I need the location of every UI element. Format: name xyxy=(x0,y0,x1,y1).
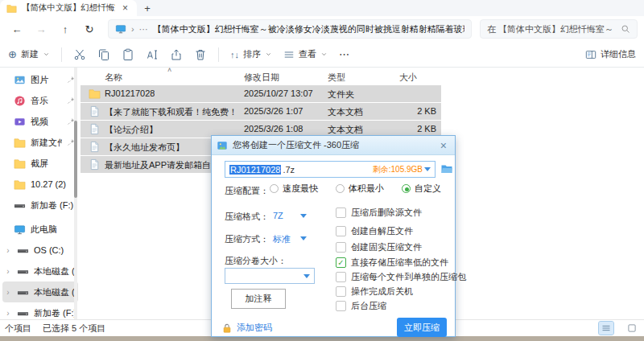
sidebar-item-disk-d[interactable]: › 本地磁盘 (D:) xyxy=(2,261,78,281)
selected-count: 已选择 5 个项目 xyxy=(43,323,105,335)
sort-caret-icon: ˄ xyxy=(167,66,171,74)
new-button[interactable]: ⊕ 新建 xyxy=(8,48,50,60)
refresh-button[interactable]: ↻ xyxy=(79,19,100,39)
up-button[interactable]: ↑ xyxy=(55,19,76,39)
checkbox-icon: ✓ xyxy=(336,242,346,253)
checkbox-self-extracting[interactable]: ✓ 创建自解压文件 xyxy=(336,225,413,237)
view-button[interactable]: 查看 xyxy=(283,48,328,60)
checkbox-solid-archive[interactable]: ✓ 创建固实压缩文件 xyxy=(336,241,422,253)
dialog-title: 您将创建一个压缩文件 -360压缩 xyxy=(233,139,432,151)
search-input[interactable]: 在 【简体中文版】幻想忏悔室～ xyxy=(487,23,616,35)
delete-icon[interactable] xyxy=(194,48,207,61)
sidebar-item-1027[interactable]: 10.27 (2) xyxy=(2,174,78,195)
checkbox-delete-source[interactable]: ✓ 压缩后删除源文件 xyxy=(336,207,422,219)
thumbnail-view-icon xyxy=(627,323,637,333)
explorer-tab[interactable]: 【简体中文版】幻想忏悔室～被 × xyxy=(0,0,137,16)
cut-icon[interactable] xyxy=(73,48,86,61)
sidebar-item-this-pc[interactable]: 此电脑 xyxy=(2,219,78,240)
chevron-down-icon xyxy=(43,51,50,58)
chevron-right-icon[interactable]: › xyxy=(4,246,12,255)
sidebar-scrollbar[interactable] xyxy=(74,68,77,319)
breadcrumb-ellipsis-icon[interactable]: ⋯ xyxy=(139,24,148,35)
sort-arrows-icon: ↑↓ xyxy=(230,50,239,60)
column-header-name[interactable]: 名称 xyxy=(105,72,122,84)
chevron-right-icon[interactable]: › xyxy=(4,267,12,276)
radio-fastest[interactable]: 速度最快 xyxy=(270,183,336,195)
checkbox-icon: ✓ xyxy=(336,226,346,236)
file-row[interactable]: 【来了就能下载和观看！纯免费！】 2025/3/26 1:07 文本文档 2 K… xyxy=(80,103,441,120)
dropdown-arrow-icon[interactable] xyxy=(300,236,307,244)
add-comment-button[interactable]: 加注释 xyxy=(231,289,286,309)
chevron-right-icon[interactable]: › xyxy=(4,309,12,318)
scrollbar-thumb[interactable] xyxy=(74,121,77,198)
radio-custom[interactable]: 自定义 xyxy=(402,183,441,195)
address-bar[interactable]: › ⋯ 【简体中文版】幻想忏悔室～被冷淡修女冷淡蔑视的同时被挑逗射精射精隔着玻璃 xyxy=(108,19,472,39)
breadcrumb-path: 【简体中文版】幻想忏悔室～被冷淡修女冷淡蔑视的同时被挑逗射精射精隔着玻璃 xyxy=(153,23,464,35)
items-count: 个项目 xyxy=(5,323,31,335)
archive-name-input[interactable]: RJ01217028 .7z 剩余:105.9GB xyxy=(225,161,436,178)
navigation-sidebar: 图片 音乐 视频 新建文件夹 截屏 10.27 (2) 新加卷 (F xyxy=(0,68,80,319)
more-options-icon[interactable]: ⋯ xyxy=(339,48,349,60)
file-explorer-window: 【简体中文版】幻想忏悔室～被 × + ← → ↑ ↻ › ⋯ 【简体中文版】幻想… xyxy=(0,0,644,341)
chevron-right-icon[interactable]: › xyxy=(4,288,12,297)
this-pc-icon xyxy=(14,224,26,236)
details-pane-icon xyxy=(585,49,597,60)
checkbox-shutdown-after[interactable]: ✓ 操作完成后关机 xyxy=(336,286,413,298)
method-value[interactable]: 标准 xyxy=(273,233,291,245)
thumbnail-view-toggle[interactable] xyxy=(625,322,639,335)
folder-icon xyxy=(14,179,26,191)
sidebar-item-videos[interactable]: 视频 xyxy=(2,111,78,132)
format-value[interactable]: 7Z xyxy=(273,211,283,220)
back-button[interactable]: ← xyxy=(6,19,27,39)
details-pane-button[interactable]: 详细信息 xyxy=(585,48,636,60)
search-icon xyxy=(621,24,630,34)
360zip-icon xyxy=(217,140,228,151)
text-file-icon xyxy=(89,158,101,170)
sidebar-item-pictures[interactable]: 图片 xyxy=(2,69,78,90)
sidebar-item-new-folder[interactable]: 新建文件夹 xyxy=(2,132,78,153)
sidebar-item-disk-e[interactable]: › 本地磁盘 (E:) xyxy=(2,281,78,302)
paste-icon[interactable] xyxy=(122,48,134,61)
column-header-type[interactable]: 类型 xyxy=(328,72,345,84)
checkbox-separate-archives[interactable]: ✓ 压缩每个文件到单独的压缩包 xyxy=(336,271,466,283)
sidebar-item-music[interactable]: 音乐 xyxy=(2,90,78,111)
copy-icon[interactable] xyxy=(97,48,110,61)
sidebar-item-volume-f[interactable]: 新加卷 (F:) xyxy=(2,195,78,216)
drive-icon xyxy=(17,265,29,277)
checkbox-background-compress[interactable]: ✓ 后台压缩 xyxy=(336,300,386,312)
pictures-icon xyxy=(14,74,26,86)
checkbox-store-low-ratio[interactable]: ✓ 直接存储压缩率低的文件 xyxy=(336,257,448,269)
column-header-date[interactable]: 修改日期 xyxy=(244,72,279,84)
dialog-title-bar[interactable]: 您将创建一个压缩文件 -360压缩 × xyxy=(212,136,455,155)
folder-icon xyxy=(6,3,17,14)
tab-close-icon[interactable]: × xyxy=(120,3,130,13)
forward-button[interactable]: → xyxy=(31,19,52,39)
split-size-combo[interactable] xyxy=(225,268,315,284)
radio-smallest[interactable]: 体积最小 xyxy=(336,183,402,195)
radio-icon xyxy=(402,184,411,193)
compress-now-button[interactable]: 立即压缩 xyxy=(397,318,447,337)
text-file-icon xyxy=(89,105,101,117)
dropdown-arrow-icon[interactable] xyxy=(424,167,431,175)
rename-icon[interactable] xyxy=(146,48,159,61)
format-label: 压缩格式： xyxy=(225,211,269,223)
config-label: 压缩配置： xyxy=(225,185,269,197)
dialog-close-icon[interactable]: × xyxy=(437,140,450,151)
sidebar-item-volume-f2[interactable]: › 新加卷 (F:) xyxy=(2,302,78,319)
file-row[interactable]: RJ01217028 2025/10/27 13:07 文件夹 xyxy=(80,85,441,102)
browse-folder-icon[interactable] xyxy=(440,162,453,175)
share-icon[interactable] xyxy=(170,48,183,61)
column-header-size[interactable]: 大小 xyxy=(399,72,417,84)
sidebar-item-os-c[interactable]: › OS (C:) xyxy=(2,240,78,261)
radio-icon xyxy=(336,184,345,193)
sort-button[interactable]: ↑↓ 排序 xyxy=(230,48,272,60)
add-password-link[interactable]: 添加密码 xyxy=(221,322,272,334)
sidebar-item-screenshots[interactable]: 截屏 xyxy=(2,153,78,174)
search-box[interactable]: 在 【简体中文版】幻想忏悔室～ xyxy=(480,19,638,39)
new-tab-button[interactable]: + xyxy=(137,0,158,16)
dropdown-arrow-icon[interactable] xyxy=(300,214,307,221)
details-view-toggle[interactable] xyxy=(599,322,613,335)
checkbox-icon: ✓ xyxy=(336,301,346,311)
checkbox-icon: ✓ xyxy=(336,272,346,282)
drive-icon xyxy=(17,244,29,257)
